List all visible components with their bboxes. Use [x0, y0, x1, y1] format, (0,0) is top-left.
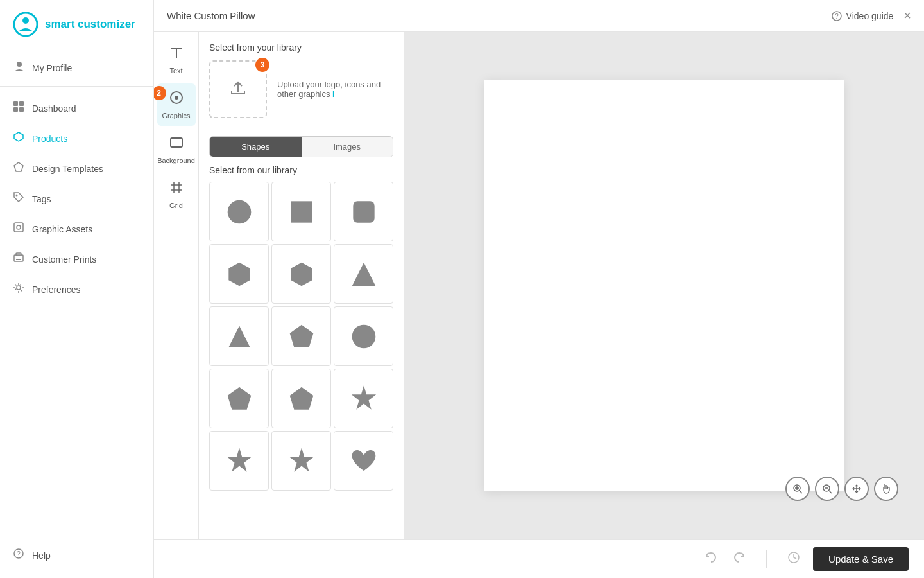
profile-icon [13, 60, 26, 76]
move-button[interactable] [844, 477, 869, 501]
history-button[interactable] [782, 548, 805, 571]
badge-2: 2 [154, 86, 166, 100]
topbar-title: White Custom Pillow [167, 10, 831, 21]
sidebar-item-tags[interactable]: Tags [0, 184, 153, 214]
background-tool-label: Background [157, 157, 195, 164]
svg-marker-40 [351, 385, 375, 410]
shape-square-large[interactable] [271, 182, 331, 241]
help-label: Help [32, 550, 51, 561]
tags-icon [13, 191, 24, 206]
text-icon [169, 45, 184, 64]
svg-rect-13 [16, 253, 21, 256]
tab-shapes[interactable]: Shapes [210, 137, 302, 157]
graphics-panel: Select from your library 3 Upload your l… [199, 32, 404, 539]
library-section: Select from your library 3 Upload your l… [199, 32, 404, 136]
tools-panel: Text 2 Graphics Background [154, 32, 199, 539]
canvas-white[interactable] [484, 80, 844, 491]
tool-background[interactable]: Background [157, 128, 196, 171]
close-button[interactable]: × [903, 8, 911, 23]
svg-rect-30 [291, 201, 312, 222]
upload-description: Upload your logo, icons and other graphi… [277, 80, 393, 99]
svg-rect-6 [19, 107, 24, 112]
sidebar-item-products[interactable]: Products [0, 123, 153, 153]
sidebar-item-graphic-assets[interactable]: Graphic Assets [0, 214, 153, 244]
svg-marker-34 [352, 262, 375, 286]
svg-text:?: ? [17, 550, 21, 557]
sidebar-item-help[interactable]: ? Help [0, 540, 153, 570]
sidebar-item-dashboard[interactable]: Dashboard [0, 93, 153, 123]
svg-marker-41 [227, 448, 251, 472]
svg-marker-39 [289, 387, 313, 409]
shape-triangle-up-2[interactable] [209, 306, 269, 366]
logo-icon [13, 12, 38, 37]
shape-triangle-up[interactable] [334, 244, 393, 304]
shape-pentagon-dark[interactable] [209, 369, 269, 428]
tool-grid[interactable]: Grid [157, 173, 196, 216]
shape-heart[interactable] [334, 431, 393, 491]
svg-point-11 [17, 225, 21, 229]
shape-circle-large[interactable] [209, 182, 269, 241]
shape-star-outline-1[interactable] [209, 431, 269, 491]
undo-icon [704, 550, 718, 565]
redo-button[interactable] [728, 548, 751, 571]
shape-hexagon-medium[interactable] [271, 244, 331, 304]
update-save-button[interactable]: Update & Save [813, 547, 909, 571]
svg-rect-4 [19, 101, 24, 106]
graphics-tool-label: Graphics [162, 112, 190, 119]
svg-marker-38 [227, 387, 251, 409]
redo-icon [732, 550, 746, 565]
zoom-out-button[interactable] [815, 477, 839, 501]
sidebar-item-label: Design Templates [32, 164, 103, 174]
shape-hexagon-small[interactable] [209, 244, 269, 304]
shapes-grid [199, 182, 404, 501]
grid-tool-label: Grid [169, 202, 183, 209]
svg-marker-33 [291, 262, 312, 286]
sidebar-item-preferences[interactable]: Preferences [0, 274, 153, 304]
shape-star-5[interactable] [334, 369, 393, 428]
sidebar-profile[interactable]: My Profile [0, 49, 153, 87]
svg-point-9 [16, 195, 18, 197]
svg-marker-35 [228, 326, 250, 347]
svg-point-29 [227, 200, 251, 223]
tool-text[interactable]: Text [157, 39, 196, 81]
bottom-bar: Update & Save [154, 539, 924, 578]
upload-button[interactable]: 3 [209, 60, 267, 118]
svg-marker-8 [14, 162, 23, 171]
shape-image-tabs: Shapes Images [209, 136, 393, 157]
svg-rect-14 [16, 259, 21, 260]
grid-icon [169, 180, 184, 199]
svg-rect-21 [176, 48, 177, 58]
hand-icon [881, 484, 891, 494]
zoom-in-button[interactable] [785, 477, 810, 501]
help-icon: ? [13, 548, 24, 563]
svg-rect-24 [171, 138, 182, 147]
video-guide-button[interactable]: ? Video guide [831, 10, 894, 22]
shape-pentagon[interactable] [271, 306, 331, 366]
shape-circle-medium[interactable] [334, 306, 393, 366]
upload-badge: 3 [255, 58, 270, 72]
app-name: smart customizer [45, 18, 135, 31]
editor-area: Text 2 Graphics Background [154, 32, 924, 539]
customer-prints-icon [13, 252, 24, 267]
sidebar-bottom: ? Help [0, 532, 153, 578]
canvas-viewport [404, 32, 924, 539]
svg-rect-10 [14, 223, 23, 232]
undo-redo-group [699, 548, 751, 571]
svg-point-37 [352, 324, 375, 348]
upload-info-link[interactable]: i [332, 89, 334, 99]
preferences-icon [13, 282, 24, 297]
undo-button[interactable] [699, 548, 723, 571]
shape-pentagon-light[interactable] [271, 369, 331, 428]
svg-point-2 [17, 62, 22, 67]
video-guide-label: Video guide [846, 11, 894, 21]
profile-label: My Profile [32, 63, 72, 73]
divider [766, 550, 767, 568]
sidebar-item-label: Preferences [32, 285, 80, 295]
shape-star-outline-2[interactable] [271, 431, 331, 491]
sidebar-item-customer-prints[interactable]: Customer Prints [0, 244, 153, 274]
sidebar-item-label: Graphic Assets [32, 224, 92, 234]
sidebar-item-design-templates[interactable]: Design Templates [0, 153, 153, 184]
shape-square-rounded[interactable] [334, 182, 393, 241]
hand-button[interactable] [874, 477, 898, 501]
tab-images[interactable]: Images [302, 137, 393, 157]
